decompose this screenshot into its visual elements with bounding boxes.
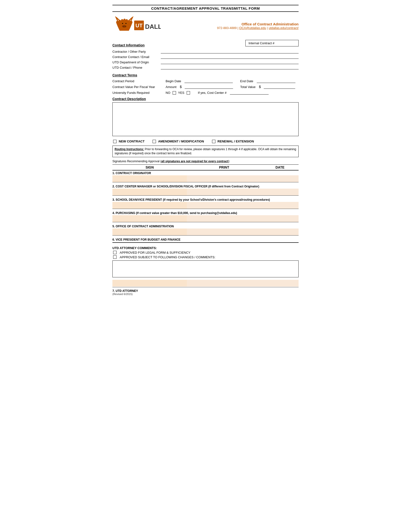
new-contract-item: NEW CONTRACT xyxy=(112,140,145,143)
sig-block-2: 2. COST CENTER MANAGER or SCHOOL/DIVISIO… xyxy=(112,184,299,196)
attorney-sig-sign[interactable] xyxy=(112,280,187,286)
renewal-label: RENEWAL / EXTENSION xyxy=(218,140,254,143)
sig-sign-2[interactable] xyxy=(112,189,187,195)
dollar-sign-2: $ xyxy=(259,85,261,89)
sig-block-3: 3. SCHOOL DEAN/VICE PRESIDENT (If requir… xyxy=(112,197,299,209)
cost-center-input[interactable] xyxy=(230,90,269,95)
new-contract-label: NEW CONTRACT xyxy=(119,140,145,143)
begin-date-input[interactable] xyxy=(185,79,233,83)
sig-lines-3 xyxy=(112,202,299,209)
total-value-input[interactable] xyxy=(264,84,295,89)
contract-period-row: Contract Period Begin Date End Date xyxy=(112,79,299,83)
sig-label-1: 1. CONTRACT ORIGINATOR xyxy=(112,171,299,175)
university-funds-label: University Funds Required xyxy=(112,91,163,95)
attorney-sig-print[interactable] xyxy=(187,280,261,286)
sig-block-4: 4. PURCHASING (If contract value greater… xyxy=(112,210,299,222)
attorney-sig-date[interactable] xyxy=(261,280,299,286)
attorney-approved-legal-row: APPROVED FOR LEGAL FORM & SUFFICIENCY xyxy=(112,251,299,254)
terms-section-label: Contract Terms xyxy=(112,73,299,77)
contact-section-label: Contact Information xyxy=(112,43,145,47)
attorney-section: UTD ATTORNEY COMMENTS: APPROVED FOR LEGA… xyxy=(112,246,299,295)
sig-block-1: 1. CONTRACT ORIGINATOR xyxy=(112,171,299,182)
renewal-checkbox[interactable] xyxy=(212,140,215,143)
begin-date-label: Begin Date xyxy=(166,79,181,83)
utd-logo-svg: UT DALLAS xyxy=(112,16,161,36)
terms-grid: Contract Period Begin Date End Date Cont… xyxy=(112,79,299,95)
yes-label: YES xyxy=(178,91,185,95)
no-label: NO xyxy=(166,91,170,95)
routing-title: Routing Instructions: xyxy=(115,148,144,151)
no-checkbox[interactable] xyxy=(173,91,176,95)
description-section-label: Contract Description xyxy=(112,97,299,101)
contract-value-row: Contract Value Per Fiscal Year Amount $ … xyxy=(112,84,299,89)
yes-checkbox[interactable] xyxy=(187,91,190,95)
sig-sign-5[interactable] xyxy=(112,228,187,235)
contact-email-input-line[interactable] xyxy=(161,54,299,59)
approved-legal-checkbox[interactable] xyxy=(113,251,117,254)
signature-blocks: 1. CONTRACT ORIGINATOR 2. COST CENTER MA… xyxy=(112,171,299,243)
col-sign: SIGN xyxy=(112,165,187,169)
svg-text:UT: UT xyxy=(135,22,143,28)
new-contract-checkbox[interactable] xyxy=(113,140,117,143)
sig-divider-4 xyxy=(112,222,299,222)
value-per-year-label: Contract Value Per Fiscal Year xyxy=(112,85,163,89)
amount-input[interactable] xyxy=(185,84,233,89)
sig-sign-4[interactable] xyxy=(112,215,187,222)
approved-subject-checkbox[interactable] xyxy=(113,255,117,259)
oca-phone: 972-883-4889 xyxy=(217,26,237,30)
sig-print-5[interactable] xyxy=(187,228,261,235)
attorney-comments-box[interactable] xyxy=(112,260,299,277)
sig-col-headers: SIGN PRINT DATE xyxy=(112,164,299,171)
field-row-utd-contact: UTD Contact / Phone xyxy=(112,65,299,70)
sig-print-1[interactable] xyxy=(187,175,261,182)
sig-lines-4 xyxy=(112,215,299,222)
contractor-label: Contractor / Other Party xyxy=(112,50,161,53)
svg-text:DALLAS: DALLAS xyxy=(145,23,161,30)
svg-point-5 xyxy=(125,23,126,24)
svg-point-3 xyxy=(125,26,126,27)
approved-legal-label: APPROVED FOR LEGAL FORM & SUFFICIENCY xyxy=(120,251,190,254)
oca-email-link[interactable]: OCA@utdallas.edu xyxy=(239,26,266,30)
description-box[interactable] xyxy=(112,102,299,136)
sig-print-4[interactable] xyxy=(187,215,261,222)
amendment-checkbox[interactable] xyxy=(153,140,156,143)
oca-contact: 972-883-4889 | OCA@utdallas.edu | utdall… xyxy=(217,26,299,30)
sig-divider-3 xyxy=(112,209,299,209)
sig-block-5: 5. OFFICE OF CONTRACT ADMINISTRATION xyxy=(112,224,299,236)
col-print: PRINT xyxy=(187,165,261,169)
revised-label: (Revised 6/2015) xyxy=(112,293,299,295)
oca-website-link[interactable]: utdallas.edu/contract/ xyxy=(269,26,299,30)
utd-contact-input-line[interactable] xyxy=(161,65,299,69)
contractor-input-line[interactable] xyxy=(161,49,299,53)
sig-sign-1[interactable] xyxy=(112,175,187,182)
dollar-sign-1: $ xyxy=(180,85,182,89)
field-row-contact-email: Contractor Contact / Email xyxy=(112,54,299,59)
sig-date-2[interactable] xyxy=(261,189,299,195)
no-yes-group: NO YES xyxy=(166,91,191,95)
utd-dept-label: UTD Department of Origin xyxy=(112,60,161,64)
internal-contract-box: Internal Contract # xyxy=(245,40,299,47)
amendment-item: AMENDMENT / MODIFICATION xyxy=(152,140,204,143)
sig-date-5[interactable] xyxy=(261,228,299,235)
university-funds-row: University Funds Required NO YES If yes,… xyxy=(112,90,299,95)
sig-print-2[interactable] xyxy=(187,189,261,195)
contract-type-row: NEW CONTRACT AMENDMENT / MODIFICATION RE… xyxy=(112,140,299,143)
svg-point-2 xyxy=(123,26,124,27)
contract-period-label: Contract Period xyxy=(112,79,163,83)
cost-center-label: If yes, Cost Center # xyxy=(198,91,227,95)
renewal-item: RENEWAL / EXTENSION xyxy=(211,140,254,143)
sig-label-3: 3. SCHOOL DEAN/VICE PRESIDENT (If requir… xyxy=(112,197,299,202)
sig-date-3[interactable] xyxy=(261,202,299,209)
sig-label-5: 5. OFFICE OF CONTRACT ADMINISTRATION xyxy=(112,224,299,228)
field-row-utd-dept: UTD Department of Origin xyxy=(112,60,299,65)
utd-dept-input-line[interactable] xyxy=(161,60,299,64)
sig-date-1[interactable] xyxy=(261,175,299,182)
end-date-input[interactable] xyxy=(257,79,295,83)
sig-sign-3[interactable] xyxy=(112,202,187,209)
amendment-label: AMENDMENT / MODIFICATION xyxy=(158,140,204,143)
field-row-contractor: Contractor / Other Party xyxy=(112,49,299,54)
sig-date-4[interactable] xyxy=(261,215,299,222)
sig-print-3[interactable] xyxy=(187,202,261,209)
sig-label-4: 4. PURCHASING (If contract value greater… xyxy=(112,210,299,215)
svg-point-1 xyxy=(122,25,126,28)
